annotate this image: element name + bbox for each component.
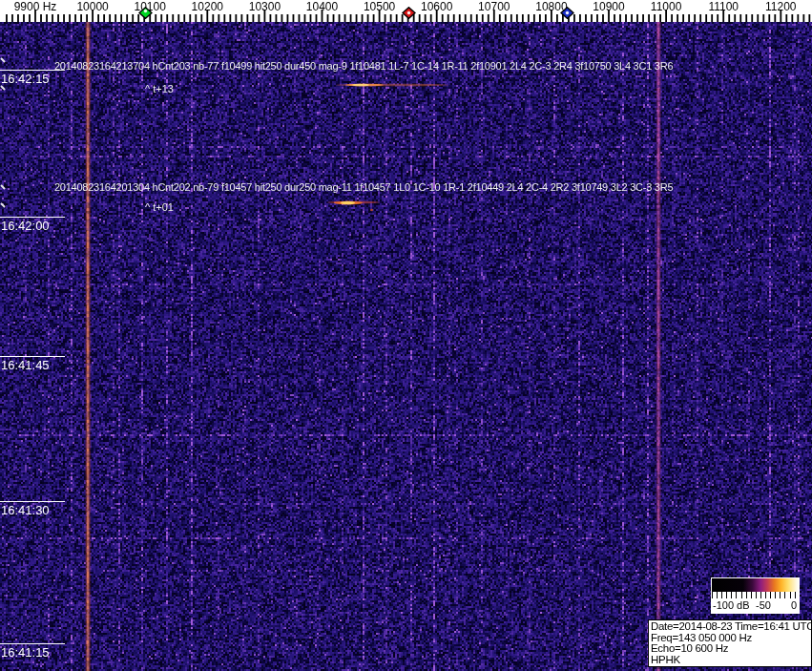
station-info-box: Date=2014-08-23 Time=16:41 UTC Freq=143 …: [648, 619, 812, 667]
freq-label: 9900 Hz: [14, 0, 57, 13]
frequency-axis: 9900 Hz100001010010200103001040010500106…: [0, 0, 812, 22]
colorbar-ticks: [712, 592, 799, 598]
freq-label: 10300: [249, 0, 281, 13]
freq-label: 10500: [364, 0, 395, 13]
freq-label: 10600: [421, 0, 452, 13]
time-label-1: 16:42:15: [0, 70, 65, 86]
freq-label: 10200: [192, 0, 223, 13]
info-echo: Echo=10 600 Hz: [651, 643, 811, 655]
time-label-3: 16:41:45: [0, 356, 65, 372]
freq-label: 11000: [651, 0, 681, 13]
colorbar-gradient: [712, 578, 799, 592]
freq-label: 10000: [76, 0, 108, 13]
spectrogram-waterfall: [0, 22, 812, 671]
time-label-4: 16:41:30: [0, 501, 65, 517]
meteor-spectrogram-screen: 9900 Hz100001010010200103001040010500106…: [0, 0, 812, 671]
detection-log-line-1: 20140823164213704 hCnt203 nb-77 f10499 h…: [54, 60, 673, 72]
freq-label: 11100: [708, 0, 739, 13]
detection-offset-tag-2: ^ t+01: [145, 201, 174, 213]
red-marker-diamond-icon[interactable]: [402, 6, 416, 18]
detection-log-line-2: 20140823164201304 hCnt202 nb-79 f10457 h…: [54, 181, 673, 193]
colorbar-label-max: 0: [791, 599, 797, 611]
colorbar-label-min: -100 dB: [713, 599, 750, 611]
colorbar-labels: -100 dB -50 0: [711, 599, 800, 613]
intensity-colorbar: -100 dB -50 0: [711, 577, 800, 614]
time-label-2: 16:42:00: [0, 217, 65, 233]
freq-label: 11200: [765, 0, 796, 13]
freq-label: 10400: [306, 0, 338, 13]
freq-label: 10900: [593, 0, 624, 13]
freq-label: 10700: [478, 0, 510, 13]
colorbar-label-mid: -50: [756, 599, 771, 611]
time-label-5: 16:41:15: [0, 643, 65, 660]
green-marker-diamond-icon[interactable]: [138, 6, 153, 18]
blue-marker-diamond-icon[interactable]: [560, 6, 574, 18]
info-station-id: HPHK: [651, 655, 811, 666]
info-date-time: Date=2014-08-23 Time=16:41 UTC: [651, 621, 811, 633]
detection-offset-tag-1: ^ t+13: [145, 83, 174, 94]
